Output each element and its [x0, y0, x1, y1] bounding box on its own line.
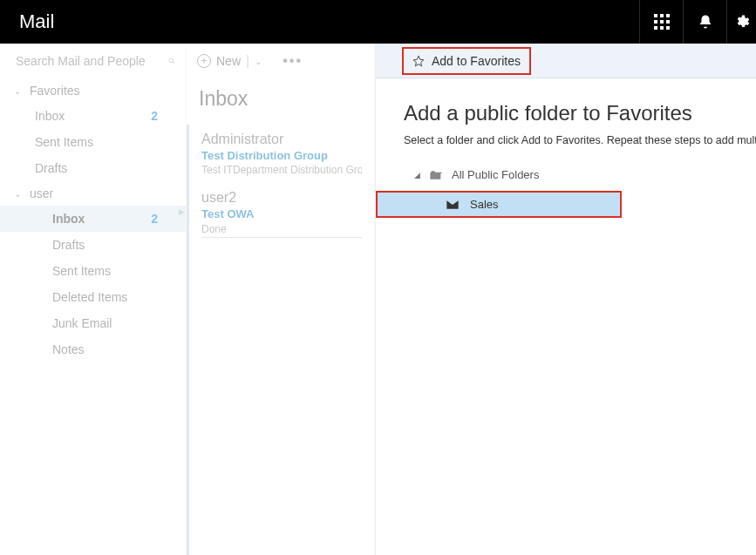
right-pane: Add to Favorites Add a public folder to …	[375, 44, 756, 555]
folder-notes[interactable]: Notes	[0, 336, 186, 362]
bell-icon	[698, 14, 713, 30]
message-from: Administrator	[201, 132, 362, 147]
folder-label: Sent Items	[52, 264, 111, 278]
app-launcher-button[interactable]	[639, 0, 683, 44]
chevron-down-icon[interactable]: ⌄	[255, 57, 262, 66]
folder-label: Junk Email	[52, 316, 112, 330]
section-header-favorites[interactable]: ⌄ Favorites	[0, 78, 186, 103]
section-label: Favorites	[30, 84, 80, 98]
tree-root-label: All Public Folders	[452, 168, 539, 181]
top-bar: Mail	[0, 0, 756, 44]
message-from: user2	[201, 190, 362, 206]
notifications-button[interactable]	[683, 0, 726, 44]
add-to-favorites-button[interactable]: Add to Favorites	[402, 47, 531, 75]
topbar-right	[639, 0, 756, 44]
star-icon	[412, 55, 425, 67]
triangle-down-icon: ◢	[414, 171, 420, 179]
chevron-down-icon: ⌄	[14, 189, 21, 199]
waffle-icon	[654, 14, 670, 30]
folder-count: 2	[151, 212, 158, 226]
tree-item-sales[interactable]: Sales	[376, 191, 622, 218]
message-subject: Test Distribution Group	[201, 149, 362, 162]
pane-title: Add a public folder to Favorites	[404, 101, 756, 125]
message-toolbar: + New | ⌄ •••	[187, 44, 374, 78]
sidebar: ⌄ Favorites Inbox 2 Sent Items Drafts ⌄ …	[0, 44, 187, 555]
search-icon[interactable]	[168, 54, 175, 68]
inbox-header: Inbox	[187, 78, 374, 125]
folder-count: 2	[151, 109, 158, 123]
folders-icon	[429, 169, 443, 181]
pane-body: Add a public folder to Favorites Select …	[376, 78, 756, 218]
section-label: user	[30, 186, 53, 200]
message-item[interactable]: ▶ user2 Test OWA Done	[189, 183, 374, 245]
folder-label: Drafts	[52, 238, 85, 252]
section-header-user[interactable]: ⌄ user	[0, 181, 186, 206]
folder-inbox-fav[interactable]: Inbox 2	[0, 103, 186, 129]
search-input[interactable]	[16, 54, 168, 68]
chevron-down-icon: ⌄	[14, 86, 21, 96]
settings-button[interactable]	[726, 0, 756, 44]
message-item[interactable]: Administrator Test Distribution Group Te…	[189, 125, 374, 183]
folder-junk[interactable]: Junk Email	[0, 310, 186, 336]
folder-label: Sent Items	[35, 135, 93, 149]
folder-sent-fav[interactable]: Sent Items	[0, 129, 186, 155]
message-subject: Test OWA	[201, 207, 362, 220]
folder-label: Deleted Items	[52, 290, 127, 304]
new-button[interactable]: New	[216, 54, 241, 68]
more-button[interactable]: •••	[283, 53, 303, 69]
folder-label: Inbox	[35, 109, 65, 123]
tree-root-all-public[interactable]: ◢ All Public Folders	[376, 164, 756, 186]
mail-icon	[446, 200, 460, 210]
folder-deleted[interactable]: Deleted Items	[0, 284, 186, 310]
folder-label: Notes	[52, 342, 85, 356]
add-to-favorites-label: Add to Favorites	[432, 54, 521, 68]
caret-right-icon: ▶	[179, 207, 185, 216]
folder-drafts-fav[interactable]: Drafts	[0, 155, 186, 181]
tree-item-label: Sales	[470, 198, 499, 211]
search-row	[0, 44, 186, 78]
favorites-bar: Add to Favorites	[376, 44, 756, 78]
folder-inbox[interactable]: Inbox 2	[0, 206, 186, 232]
folder-tree: ◢ All Public Folders Sales	[376, 164, 756, 218]
content-area: ⌄ Favorites Inbox 2 Sent Items Drafts ⌄ …	[0, 44, 756, 555]
folder-sent[interactable]: Sent Items	[0, 258, 186, 284]
gear-icon	[734, 14, 750, 30]
messages-list: Administrator Test Distribution Group Te…	[187, 125, 374, 555]
message-list-pane: + New | ⌄ ••• Inbox Administrator Test D…	[187, 44, 375, 555]
message-done: Done	[201, 223, 362, 238]
folder-label: Drafts	[35, 161, 67, 175]
plus-icon: +	[197, 54, 211, 68]
message-preview: Test ITDepartment Distribution Grou	[201, 164, 362, 176]
folder-drafts[interactable]: Drafts	[0, 232, 186, 258]
app-title: Mail	[0, 10, 54, 33]
pane-subtitle: Select a folder and click Add to Favorit…	[404, 134, 756, 146]
folder-label: Inbox	[52, 212, 85, 226]
